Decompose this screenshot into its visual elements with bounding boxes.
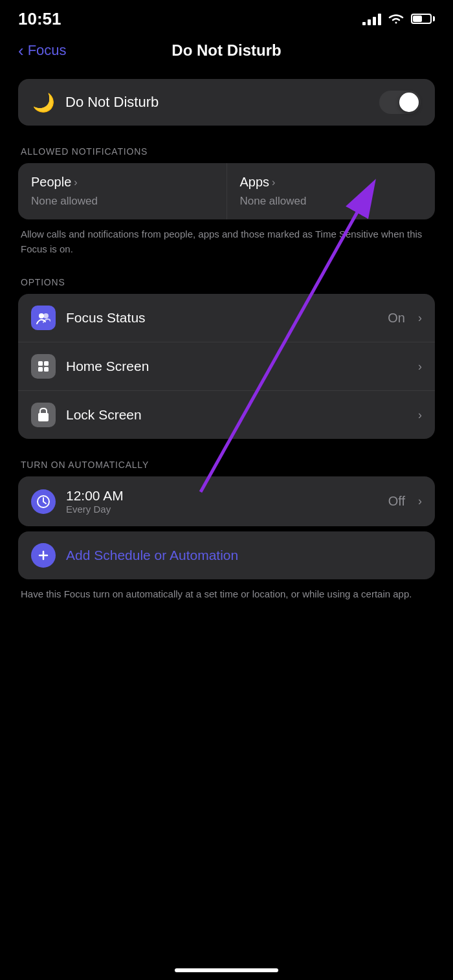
- svg-rect-3: [44, 361, 49, 366]
- toggle-thumb: [399, 93, 419, 112]
- moon-icon: 🌙: [32, 92, 55, 113]
- schedule-time: 12:00 AM: [66, 488, 378, 504]
- nav-header: ‹ Focus Do Not Disturb: [0, 35, 453, 70]
- schedule-repeat: Every Day: [66, 504, 378, 515]
- add-schedule-label[interactable]: Add Schedule or Automation: [66, 548, 238, 563]
- people-cell[interactable]: People › None allowed: [18, 163, 227, 219]
- dnd-label: Do Not Disturb: [65, 94, 159, 111]
- svg-rect-5: [44, 367, 49, 372]
- svg-rect-4: [38, 367, 43, 372]
- schedule-icon: [31, 489, 56, 514]
- home-indicator: [175, 968, 278, 972]
- schedule-text: 12:00 AM Every Day: [66, 488, 378, 515]
- schedule-value: Off: [388, 494, 405, 509]
- add-schedule-row[interactable]: Add Schedule or Automation: [18, 531, 435, 579]
- options-group: Focus Status On › Home Screen ›: [18, 294, 435, 439]
- home-screen-chevron-icon: ›: [418, 360, 422, 373]
- focus-status-row[interactable]: Focus Status On ›: [18, 294, 435, 342]
- schedule-row[interactable]: 12:00 AM Every Day Off ›: [18, 476, 435, 526]
- status-icons: [362, 12, 435, 25]
- dnd-left: 🌙 Do Not Disturb: [32, 92, 159, 113]
- battery-icon: [411, 14, 435, 24]
- people-chevron-icon: ›: [74, 177, 77, 188]
- options-label: OPTIONS: [18, 277, 435, 287]
- lock-screen-icon: [31, 403, 56, 427]
- wifi-icon: [388, 12, 404, 25]
- people-cell-sub: None allowed: [31, 195, 214, 208]
- focus-status-icon: [31, 306, 56, 330]
- svg-point-1: [43, 313, 49, 318]
- svg-point-0: [39, 313, 44, 318]
- dnd-toggle-row[interactable]: 🌙 Do Not Disturb: [18, 79, 435, 126]
- schedule-chevron-icon: ›: [418, 495, 422, 508]
- home-screen-label: Home Screen: [66, 359, 408, 374]
- lock-screen-row[interactable]: Lock Screen ›: [18, 391, 435, 439]
- svg-line-9: [43, 502, 46, 504]
- lock-screen-chevron-icon: ›: [418, 408, 422, 422]
- apps-cell[interactable]: Apps › None allowed: [227, 163, 436, 219]
- signal-bars-icon: [362, 12, 381, 25]
- dnd-toggle[interactable]: [379, 91, 421, 114]
- back-label: Focus: [28, 42, 67, 59]
- home-screen-icon: [31, 354, 56, 379]
- svg-rect-6: [38, 413, 49, 421]
- back-chevron-icon: ‹: [18, 42, 24, 59]
- page-title: Do Not Disturb: [171, 41, 281, 60]
- auto-hint: Have this Focus turn on automatically at…: [18, 587, 435, 602]
- svg-rect-2: [38, 361, 43, 366]
- people-cell-title: People ›: [31, 175, 214, 190]
- focus-status-chevron-icon: ›: [418, 311, 422, 325]
- lock-screen-label: Lock Screen: [66, 407, 408, 423]
- main-content: 🌙 Do Not Disturb ALLOWED NOTIFICATIONS P…: [0, 70, 453, 637]
- add-schedule-icon: [31, 543, 56, 568]
- status-bar: 10:51: [0, 0, 453, 35]
- notifications-hint: Allow calls and notifications from peopl…: [18, 227, 435, 256]
- auto-group: 12:00 AM Every Day Off ›: [18, 476, 435, 526]
- apps-cell-sub: None allowed: [240, 195, 423, 208]
- apps-chevron-icon: ›: [272, 177, 275, 188]
- back-button[interactable]: ‹ Focus: [18, 42, 67, 59]
- focus-status-label: Focus Status: [66, 310, 377, 326]
- auto-section-label: TURN ON AUTOMATICALLY: [18, 460, 435, 470]
- status-time: 10:51: [18, 9, 61, 29]
- home-screen-row[interactable]: Home Screen ›: [18, 342, 435, 391]
- notifications-grid: People › None allowed Apps › None allowe…: [18, 163, 435, 219]
- allowed-notifications-label: ALLOWED NOTIFICATIONS: [18, 146, 435, 157]
- apps-cell-title: Apps ›: [240, 175, 423, 190]
- focus-status-value: On: [388, 311, 405, 326]
